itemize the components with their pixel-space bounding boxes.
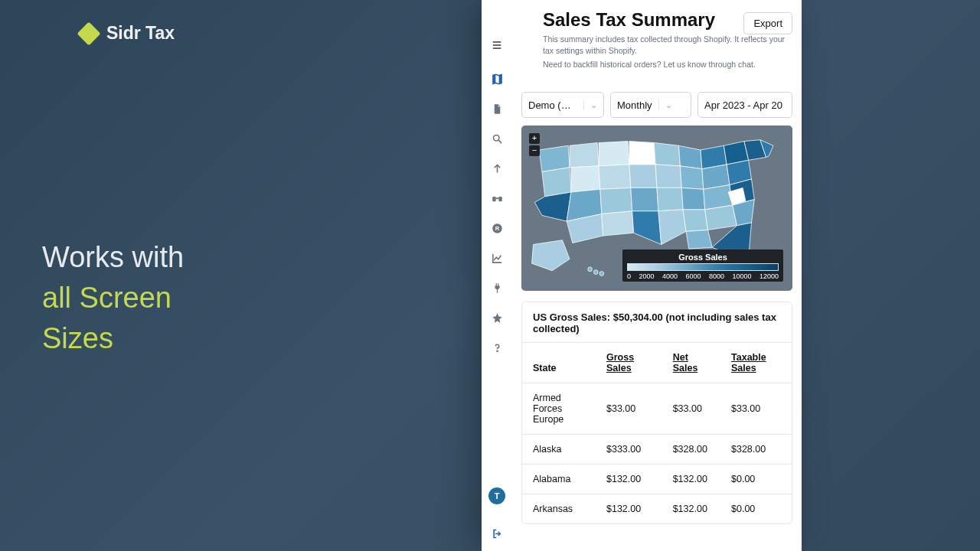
legend-tick: 2000 (639, 272, 654, 280)
cell-taxable: $0.00 (720, 494, 792, 524)
table-row: Alabama$132.00$132.00$0.00 (522, 465, 792, 494)
cell-net: $132.00 (662, 465, 720, 494)
col-net[interactable]: Net Sales (662, 343, 720, 383)
cell-taxable: $328.00 (720, 435, 792, 465)
cell-gross: $132.00 (596, 465, 662, 494)
hero-line3: Sizes (42, 318, 184, 359)
legend-tick: 10000 (732, 272, 751, 280)
map-legend: Gross Sales 0 2000 4000 6000 8000 10000 … (622, 249, 783, 282)
legend-tick: 12000 (760, 272, 779, 280)
cell-net: $33.00 (662, 383, 720, 435)
col-taxable[interactable]: Taxable Sales (720, 343, 792, 383)
chart-icon[interactable] (490, 251, 504, 265)
svg-marker-27 (602, 211, 634, 236)
brand-logo-icon (77, 21, 100, 45)
svg-line-1 (498, 140, 501, 143)
svg-point-52 (593, 270, 598, 275)
svg-marker-15 (570, 143, 599, 168)
cell-taxable: $0.00 (720, 465, 792, 494)
device-screenshot: R T Export Sales Tax Summary This summar… (482, 0, 802, 551)
map-zoom: + − (529, 133, 540, 158)
table-header-row: State Gross Sales Net Sales Taxable Sale… (522, 343, 792, 383)
summary-title: US Gross Sales: $50,304.00 (not includin… (522, 302, 792, 342)
svg-point-53 (599, 272, 604, 276)
brand: Sidr Tax (80, 23, 175, 44)
svg-marker-16 (542, 168, 571, 197)
page-subtitle-2: Need to backfill historical orders? Let … (521, 60, 792, 69)
svg-rect-5 (495, 197, 498, 199)
svg-marker-34 (681, 188, 704, 210)
zoom-out-button[interactable]: − (529, 145, 540, 156)
svg-marker-31 (655, 165, 681, 187)
svg-marker-36 (683, 210, 707, 232)
binoculars-icon[interactable] (490, 191, 504, 205)
table-row: Arkansas$132.00$132.00$0.00 (522, 494, 792, 524)
store-select[interactable]: Demo (GR... ⌄ (521, 92, 604, 118)
period-select[interactable]: Monthly ⌄ (610, 92, 691, 118)
svg-point-8 (496, 350, 497, 351)
daterange-label: Apr 2023 - Apr 20 (704, 99, 782, 111)
hero-line1: Works with (42, 237, 184, 278)
period-select-label: Monthly (617, 99, 652, 111)
col-state: State (522, 343, 596, 383)
svg-marker-18 (571, 166, 600, 192)
legend-tick: 0 (627, 272, 631, 280)
svg-marker-21 (599, 142, 629, 166)
export-button[interactable]: Export (743, 12, 792, 34)
svg-point-51 (588, 267, 593, 272)
hero-line2: all Screen (42, 278, 184, 318)
svg-rect-4 (498, 197, 501, 201)
svg-marker-25 (600, 188, 632, 214)
col-gross[interactable]: Gross Sales (596, 343, 662, 383)
page-subtitle-1: This summary includes tax collected thro… (521, 34, 792, 57)
svg-marker-37 (686, 230, 712, 249)
svg-marker-32 (680, 166, 703, 189)
content: Export Sales Tax Summary This summary in… (512, 0, 802, 551)
cell-taxable: $33.00 (720, 383, 792, 435)
cell-net: $132.00 (662, 494, 720, 524)
svg-marker-23 (599, 165, 631, 189)
store-select-label: Demo (GR... (528, 99, 577, 111)
legend-tick: 6000 (685, 272, 701, 280)
svg-marker-22 (629, 142, 655, 165)
cell-net: $328.00 (662, 435, 720, 465)
file-icon[interactable] (490, 102, 504, 116)
avatar[interactable]: T (488, 487, 505, 504)
table-row: Armed Forces Europe$33.00$33.00$33.00 (522, 383, 792, 435)
filters: Demo (GR... ⌄ Monthly ⌄ Apr 2023 - Apr 2… (521, 92, 792, 118)
legend-tick: 4000 (662, 272, 678, 280)
svg-point-0 (493, 135, 499, 141)
map-icon[interactable] (490, 72, 504, 86)
svg-marker-24 (629, 165, 657, 187)
search-icon[interactable] (490, 132, 504, 145)
help-icon[interactable] (490, 341, 504, 354)
svg-marker-29 (654, 143, 680, 166)
svg-marker-26 (631, 188, 658, 211)
svg-text:R: R (495, 225, 499, 232)
legend-ticks: 0 2000 4000 6000 8000 10000 12000 (627, 272, 779, 280)
cell-state: Alabama (522, 465, 596, 494)
hero-text: Works with all Screen Sizes (42, 237, 184, 360)
cell-state: Alaska (522, 435, 596, 465)
map-card: + − (521, 126, 792, 291)
svg-marker-33 (657, 188, 683, 211)
zoom-in-button[interactable]: + (529, 133, 540, 144)
table-row: Alaska$333.00$328.00$328.00 (522, 435, 792, 465)
daterange-select[interactable]: Apr 2023 - Apr 20 (697, 92, 792, 118)
summary-card: US Gross Sales: $50,304.00 (not includin… (521, 302, 792, 524)
cell-state: Arkansas (522, 494, 596, 524)
star-icon[interactable] (490, 311, 504, 324)
logout-icon[interactable] (490, 527, 504, 540)
cell-state: Armed Forces Europe (522, 383, 596, 435)
svg-marker-47 (705, 206, 737, 230)
brand-name: Sidr Tax (106, 23, 175, 44)
legend-title: Gross Sales (627, 253, 779, 262)
chevron-down-icon: ⌄ (583, 100, 597, 110)
legend-color-bar (627, 263, 779, 271)
plug-icon[interactable] (490, 281, 504, 295)
cell-gross: $33.00 (596, 383, 662, 435)
sidebar: R T (482, 0, 512, 551)
cell-gross: $132.00 (596, 494, 662, 524)
upload-icon[interactable] (490, 161, 504, 175)
registered-icon[interactable]: R (490, 221, 504, 235)
